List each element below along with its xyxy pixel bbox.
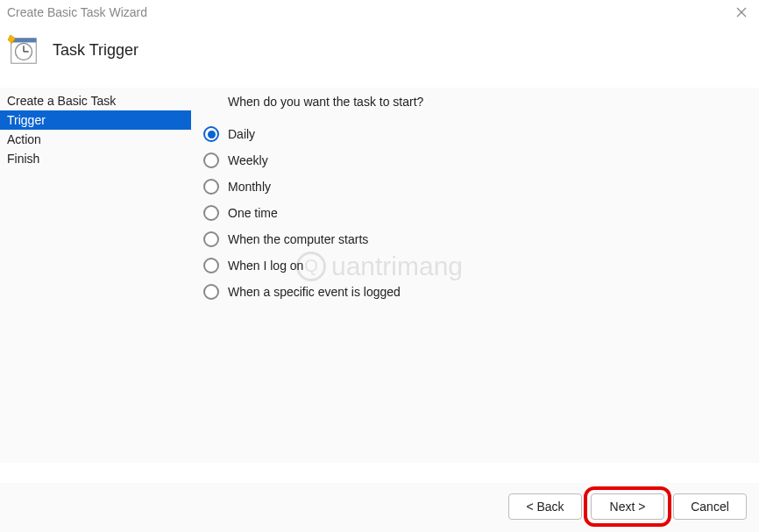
window-title: Create Basic Task Wizard (7, 5, 147, 19)
sidebar: Create a Basic Task Trigger Action Finis… (0, 88, 191, 463)
wizard-header: Task Trigger (0, 21, 759, 88)
sidebar-item-trigger[interactable]: Trigger (0, 110, 191, 130)
trigger-prompt: When do you want the task to start? (228, 95, 747, 109)
option-label: Daily (228, 127, 255, 141)
option-computer-starts[interactable]: When the computer starts (203, 226, 747, 252)
close-icon[interactable] (734, 5, 748, 19)
main-panel: When do you want the task to start? Dail… (191, 88, 759, 463)
back-button[interactable]: < Back (508, 493, 582, 520)
titlebar: Create Basic Task Wizard (0, 0, 759, 21)
sidebar-item-label: Finish (7, 152, 39, 166)
sidebar-item-finish[interactable]: Finish (0, 149, 191, 168)
option-label: When the computer starts (228, 232, 368, 246)
option-daily[interactable]: Daily (203, 121, 747, 147)
sidebar-item-action[interactable]: Action (0, 130, 191, 149)
next-button[interactable]: Next > (591, 493, 664, 520)
option-log-on[interactable]: When I log on (203, 252, 747, 279)
page-title: Task Trigger (53, 41, 138, 60)
radio-icon (203, 179, 219, 195)
sidebar-item-label: Create a Basic Task (7, 94, 116, 108)
option-specific-event[interactable]: When a specific event is logged (203, 279, 747, 305)
option-weekly[interactable]: Weekly (203, 147, 747, 174)
option-label: When a specific event is logged (228, 285, 401, 299)
wizard-footer: < Back Next > Cancel (0, 483, 759, 532)
cancel-button[interactable]: Cancel (673, 493, 747, 520)
sidebar-item-label: Trigger (7, 113, 46, 127)
radio-icon (203, 153, 219, 168)
trigger-options: Daily Weekly Monthly One time When the c… (203, 121, 747, 305)
radio-icon (203, 205, 219, 221)
option-label: Weekly (228, 153, 268, 167)
sidebar-item-label: Action (7, 132, 41, 146)
option-monthly[interactable]: Monthly (203, 174, 747, 200)
sidebar-item-create-task[interactable]: Create a Basic Task (0, 91, 191, 110)
radio-icon (203, 126, 219, 142)
wizard-body: Create a Basic Task Trigger Action Finis… (0, 88, 759, 463)
radio-icon (203, 231, 219, 247)
option-label: Monthly (228, 180, 271, 194)
option-label: One time (228, 206, 278, 220)
radio-icon (203, 284, 219, 300)
radio-icon (203, 258, 219, 273)
clock-icon (7, 33, 40, 67)
option-label: When I log on (228, 259, 303, 273)
option-one-time[interactable]: One time (203, 200, 747, 226)
